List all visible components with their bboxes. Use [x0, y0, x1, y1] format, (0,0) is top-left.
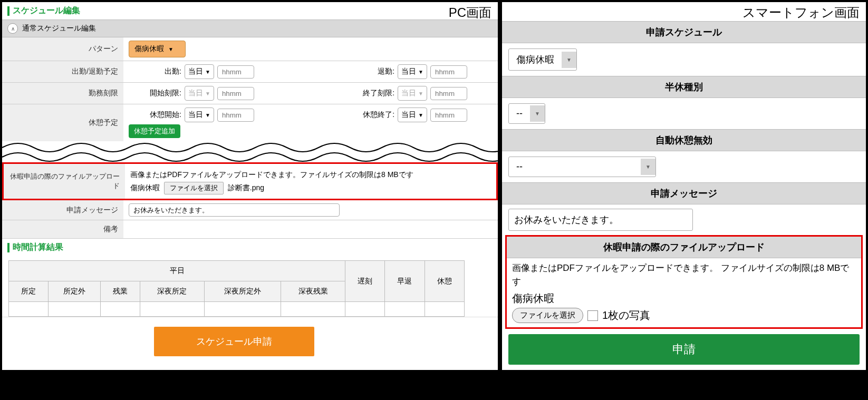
row-note: 備考	[2, 220, 498, 239]
th-break: 休憩	[425, 261, 464, 302]
sp-halfday-header: 半休種別	[502, 76, 866, 98]
th-col3: 深夜所定	[140, 281, 204, 302]
attendance-end-time-input[interactable]	[430, 65, 467, 79]
chevron-up-icon[interactable]: ∧	[7, 23, 18, 34]
file-thumbnail-icon	[587, 310, 598, 321]
table-row	[9, 302, 465, 317]
attendance-start-day-select[interactable]: 当日▼	[185, 64, 214, 79]
choose-file-button[interactable]: ファイルを選択	[164, 182, 224, 194]
sp-message-header: 申請メッセージ	[502, 182, 866, 204]
upload-desc: 画像またはPDFファイルをアップロードできます。ファイルサイズの制限は8 MBで…	[130, 168, 491, 181]
worklimit-end-time-input[interactable]	[430, 87, 467, 100]
label-note: 備考	[2, 220, 123, 238]
row-message: 申請メッセージ	[2, 200, 498, 220]
sp-halfday-select[interactable]: -- ▼	[508, 103, 545, 124]
sp-message-input[interactable]: お休みをいただきます。	[508, 209, 693, 231]
pattern-select[interactable]: 傷病休暇	[129, 41, 186, 57]
break-start-day-select[interactable]: 当日▼	[185, 108, 214, 122]
pattern-value: 傷病休暇	[134, 44, 164, 54]
worklimit-end-label: 終了刻限:	[342, 89, 394, 98]
label-break: 休憩予定	[2, 104, 123, 141]
label-attendance: 出勤/退勤予定	[2, 61, 123, 82]
pc-panel-title: PC画面	[449, 4, 491, 21]
row-pattern: パターン 傷病休暇	[2, 37, 498, 61]
break-end-day-select[interactable]: 当日▼	[398, 108, 427, 122]
upload-type: 傷病休暇	[130, 183, 160, 192]
label-worklimit: 勤務刻限	[2, 83, 123, 104]
label-message: 申請メッセージ	[2, 200, 123, 220]
th-col4: 深夜所定外	[204, 281, 281, 302]
sp-autobreak-value: --	[509, 157, 641, 177]
normal-schedule-accordion[interactable]: ∧ 通常スケジュール編集	[2, 19, 498, 37]
sp-schedule-select[interactable]: 傷病休暇 ▼	[508, 48, 577, 71]
sp-file-count-text: 1枚の写真	[602, 308, 650, 323]
sp-upload-desc: 画像またはPDFファイルをアップロードできます。 ファイルサイズの制限は8 MB…	[507, 258, 861, 291]
th-col2: 残業	[100, 281, 140, 302]
schedule-edit-header: スケジュール編集	[2, 2, 498, 19]
attendance-start-label: 出勤:	[129, 67, 181, 76]
sp-panel-title: スマートフォン画面	[742, 4, 860, 21]
row-break: 休憩予定 休憩開始: 当日▼ 休憩終了: 当日▼	[2, 104, 498, 141]
caret-down-icon: ▼	[418, 112, 423, 118]
caret-down-icon: ▼	[418, 69, 423, 75]
th-col0: 所定	[9, 281, 49, 302]
worklimit-start-day-select[interactable]: 当日▼	[185, 86, 214, 101]
sp-upload-header: 休暇申請の際のファイルアップロード	[507, 237, 861, 258]
smartphone-panel: スマートフォン画面 申請スケジュール 傷病休暇 ▼ 半休種別 -- ▼ 自動休憩…	[502, 2, 866, 370]
break-end-label: 休憩終了:	[342, 110, 394, 120]
break-start-time-input[interactable]	[217, 109, 254, 122]
accordion-title: 通常スケジュール編集	[22, 24, 96, 33]
th-col5: 深夜残業	[281, 281, 345, 302]
sp-schedule-value: 傷病休暇	[509, 49, 562, 70]
row-file-upload: 休暇申請の際のファイルアップロード 画像またはPDFファイルをアップロードできま…	[2, 162, 498, 200]
worklimit-start-label: 開始刻限:	[129, 89, 181, 98]
upload-filename: 診断書.png	[228, 183, 264, 192]
sp-schedule-header: 申請スケジュール	[502, 21, 866, 43]
th-early: 早退	[385, 261, 425, 302]
worklimit-start-time-input[interactable]	[217, 87, 254, 100]
attendance-end-day-select[interactable]: 当日▼	[398, 64, 427, 79]
omission-wave	[2, 141, 498, 162]
attendance-end-label: 退勤:	[342, 67, 394, 76]
sp-upload-red-box: 休暇申請の際のファイルアップロード 画像またはPDFファイルをアップロードできま…	[505, 235, 863, 329]
row-worklimit: 勤務刻限 開始刻限: 当日▼ 終了刻限: 当日▼	[2, 83, 498, 104]
sp-upload-type: 傷病休暇	[507, 291, 861, 308]
sp-autobreak-header: 自動休憩無効	[502, 129, 866, 151]
time-calc-header: 時間計算結果	[2, 239, 498, 256]
sp-choose-file-button[interactable]: ファイルを選択	[512, 308, 583, 323]
add-break-button[interactable]: 休憩予定追加	[129, 124, 180, 138]
row-attendance: 出勤/退勤予定 出勤: 当日▼ 退勤: 当日▼	[2, 61, 498, 83]
th-col1: 所定外	[49, 281, 101, 302]
time-calc-table: 平日 遅刻 早退 休憩 所定 所定外 残業 深夜所定 深夜所定外 深夜残業	[8, 260, 465, 317]
caret-down-icon: ▼	[530, 105, 545, 122]
message-input[interactable]	[129, 203, 340, 217]
caret-down-icon: ▼	[205, 112, 210, 118]
break-end-time-input[interactable]	[430, 109, 467, 122]
th-late: 遅刻	[345, 261, 385, 302]
schedule-submit-button[interactable]: スケジュール申請	[154, 327, 314, 356]
pc-panel: PC画面 スケジュール編集 ∧ 通常スケジュール編集 パターン 傷病休暇 出勤/…	[2, 2, 498, 370]
caret-down-icon: ▼	[562, 52, 576, 68]
sp-submit-button[interactable]: 申請	[508, 334, 860, 365]
break-start-label: 休憩開始:	[129, 110, 181, 120]
caret-down-icon: ▼	[205, 91, 210, 96]
caret-down-icon: ▼	[418, 91, 423, 96]
th-weekday: 平日	[9, 261, 345, 281]
sp-autobreak-select[interactable]: -- ▼	[508, 157, 656, 177]
label-file-upload: 休暇申請の際のファイルアップロード	[4, 164, 125, 199]
attendance-start-time-input[interactable]	[217, 65, 254, 79]
sp-halfday-value: --	[509, 104, 530, 123]
worklimit-end-day-select[interactable]: 当日▼	[398, 86, 427, 101]
caret-down-icon: ▼	[641, 159, 655, 175]
caret-down-icon: ▼	[205, 69, 210, 75]
label-pattern: パターン	[2, 37, 123, 61]
